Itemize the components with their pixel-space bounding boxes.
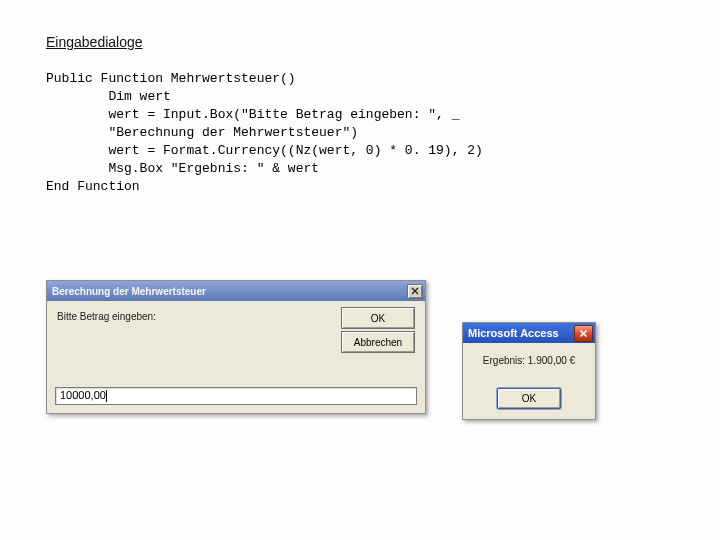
code-line: wert = Format.Currency((Nz(wert, 0) * 0.… [46,143,483,158]
close-icon[interactable] [574,325,593,342]
inputbox-title: Berechnung der Mehrwertsteuer [52,286,206,297]
inputbox-prompt: Bitte Betrag eingeben: [57,311,156,322]
ok-button-label: OK [371,313,385,324]
section-heading: Eingabedialoge [46,34,143,50]
cancel-button-label: Abbrechen [354,337,402,348]
code-line: Msg.Box "Ergebnis: " & wert [46,161,319,176]
msgbox-body: Ergebnis: 1.900,00 € OK [463,343,595,419]
msgbox-dialog: Microsoft Access Ergebnis: 1.900,00 € OK [462,322,596,420]
inputbox-titlebar: Berechnung der Mehrwertsteuer [47,281,425,301]
msgbox-text: Ergebnis: 1.900,00 € [463,355,595,366]
msgbox-title: Microsoft Access [468,327,559,339]
msgbox-titlebar: Microsoft Access [463,323,595,343]
code-listing: Public Function Mehrwertsteuer() Dim wer… [46,70,483,196]
code-line: wert = Input.Box("Bitte Betrag eingeben:… [46,107,459,122]
cancel-button[interactable]: Abbrechen [341,331,415,353]
code-line: Public Function Mehrwertsteuer() [46,71,296,86]
ok-button[interactable]: OK [341,307,415,329]
text-caret [106,390,107,402]
ok-button-label: OK [522,393,536,404]
code-line: Dim wert [46,89,171,104]
inputbox-body: Bitte Betrag eingeben: OK Abbrechen 1000… [47,301,425,413]
code-line: "Berechnung der Mehrwertsteuer") [46,125,358,140]
close-icon[interactable] [407,284,423,299]
ok-button[interactable]: OK [497,388,561,409]
value-input[interactable]: 10000,00 [55,387,417,405]
value-input-text: 10000,00 [60,389,106,401]
code-line: End Function [46,179,140,194]
page: Eingabedialoge Public Function Mehrwerts… [0,0,720,540]
inputbox-dialog: Berechnung der Mehrwertsteuer Bitte Betr… [46,280,426,414]
